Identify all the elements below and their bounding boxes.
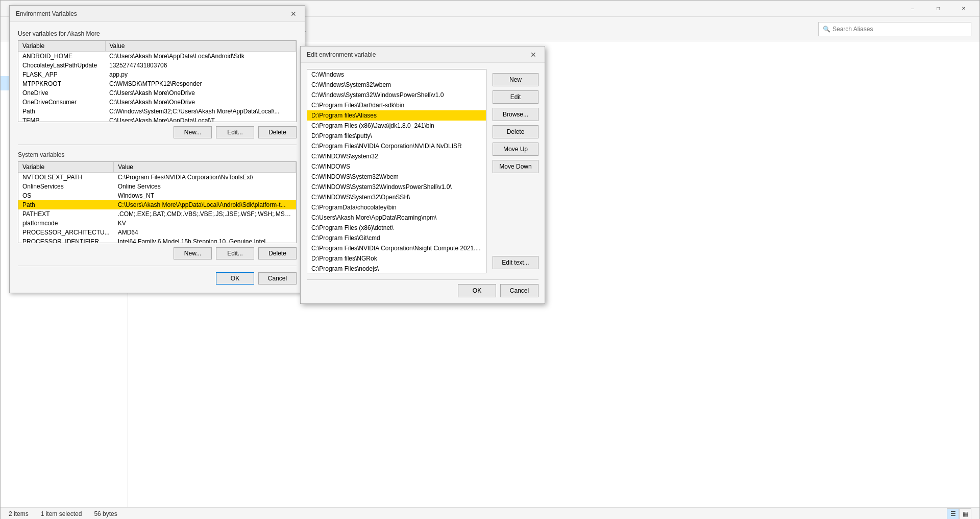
var-name-cell: OS bbox=[18, 191, 114, 200]
path-edit-text-button[interactable]: Edit text... bbox=[493, 256, 538, 269]
search-input[interactable] bbox=[832, 26, 967, 33]
var-name-cell: OneDriveConsumer bbox=[18, 98, 105, 107]
var-value-cell: app.py bbox=[105, 70, 296, 79]
var-value-cell: C:\Program Files\NVIDIA Corporation\NvTo… bbox=[114, 173, 296, 182]
env-cancel-button[interactable]: Cancel bbox=[258, 272, 297, 285]
path-new-button[interactable]: New bbox=[493, 73, 538, 86]
table-row[interactable]: FLASK_APPapp.py bbox=[18, 70, 296, 79]
grid-view-button[interactable]: ▦ bbox=[959, 508, 971, 520]
path-delete-button[interactable]: Delete bbox=[493, 125, 538, 138]
file-explorer-statusbar: 2 items 1 item selected 56 bytes ☰ ▦ bbox=[1, 507, 979, 519]
table-row[interactable]: OnlineServicesOnline Services bbox=[18, 182, 296, 191]
edit-cancel-button[interactable]: Cancel bbox=[500, 284, 538, 297]
path-move-down-button[interactable]: Move Down bbox=[493, 160, 538, 173]
search-box[interactable]: 🔍 bbox=[818, 22, 971, 36]
col-value: Value bbox=[114, 162, 296, 173]
list-item[interactable]: D:\Program files\putty\ bbox=[307, 131, 486, 141]
table-row[interactable]: OneDriveC:\Users\Akash More\OneDrive bbox=[18, 88, 296, 98]
path-list: C:\WindowsC:\Windows\System32\wbemC:\Win… bbox=[307, 69, 486, 273]
var-value-cell: C:\Users\Akash More\AppData\Local\Androi… bbox=[105, 52, 296, 61]
col-value: Value bbox=[105, 41, 296, 52]
close-button[interactable]: ✕ bbox=[952, 1, 975, 17]
section-divider bbox=[18, 145, 297, 145]
edit-ok-button[interactable]: OK bbox=[458, 284, 496, 297]
path-browse-button[interactable]: Browse... bbox=[493, 108, 538, 121]
var-name-cell: FLASK_APP bbox=[18, 70, 105, 79]
list-item[interactable]: D:\Program files\Aliases bbox=[307, 110, 486, 121]
view-buttons: ☰ ▦ bbox=[947, 508, 971, 520]
system-edit-button[interactable]: Edit... bbox=[216, 247, 254, 260]
selected-info: 1 item selected bbox=[41, 510, 82, 517]
list-item[interactable]: D:\Program files\NGRok bbox=[307, 253, 486, 264]
table-row[interactable]: platformcodeKV bbox=[18, 219, 296, 228]
var-value-cell: .COM;.EXE;.BAT;.CMD;.VBS;.VBE;.JS;.JSE;.… bbox=[114, 209, 296, 219]
edit-dialog-titlebar: Edit environment variable ✕ bbox=[301, 46, 545, 63]
list-item[interactable]: C:\Windows bbox=[307, 69, 486, 80]
var-value-cell: C:\Users\Akash More\AppData\Local\Androi… bbox=[114, 200, 296, 209]
env-dialog-close-button[interactable]: ✕ bbox=[288, 9, 299, 19]
table-row[interactable]: PATHEXT.COM;.EXE;.BAT;.CMD;.VBS;.VBE;.JS… bbox=[18, 209, 296, 219]
var-name-cell: TEMP bbox=[18, 116, 105, 122]
edit-dialog-title: Edit environment variable bbox=[307, 51, 376, 58]
path-move-up-button[interactable]: Move Up bbox=[493, 143, 538, 156]
path-edit-button[interactable]: Edit bbox=[493, 90, 538, 104]
var-value-cell: Intel64 Family 6 Model 15b Stepping 10, … bbox=[114, 237, 296, 243]
system-new-button[interactable]: New... bbox=[174, 247, 212, 260]
list-item[interactable]: C:\Program Files (x86)\dotnet\ bbox=[307, 223, 486, 233]
user-delete-button[interactable]: Delete bbox=[258, 126, 297, 138]
var-value-cell: KV bbox=[114, 219, 296, 228]
edit-dialog-close-button[interactable]: ✕ bbox=[528, 50, 538, 60]
list-item[interactable]: C:\ProgramData\chocolatey\bin bbox=[307, 202, 486, 213]
list-item[interactable]: C:\Windows\System32\WindowsPowerShell\v1… bbox=[307, 90, 486, 100]
detail-view-button[interactable]: ☰ bbox=[947, 508, 959, 520]
var-value-cell: Online Services bbox=[114, 182, 296, 191]
system-vars-container[interactable]: Variable Value NVTOOLSEXT_PATHC:\Program… bbox=[18, 161, 297, 243]
var-name-cell: Path bbox=[18, 200, 114, 209]
list-item[interactable]: C:\Program Files\Git\cmd bbox=[307, 233, 486, 243]
table-row[interactable]: NVTOOLSEXT_PATHC:\Program Files\NVIDIA C… bbox=[18, 173, 296, 182]
list-item[interactable]: C:\WINDOWS\System32\OpenSSH\ bbox=[307, 192, 486, 202]
table-row[interactable]: ChocolateyLastPathUpdate1325274743180370… bbox=[18, 61, 296, 70]
user-vars-container[interactable]: Variable Value ANDROID_HOMEC:\Users\Akas… bbox=[18, 40, 297, 122]
var-value-cell: C:\Users\Akash More\OneDrive bbox=[105, 88, 296, 98]
table-row[interactable]: OneDriveConsumerC:\Users\Akash More\OneD… bbox=[18, 98, 296, 107]
list-item[interactable]: C:\Users\Akash More\AppData\Roaming\npm\ bbox=[307, 213, 486, 223]
edit-ok-cancel-row: OK Cancel bbox=[307, 279, 538, 297]
system-section-label: System variables bbox=[18, 151, 297, 158]
list-item[interactable]: C:\WINDOWS bbox=[307, 161, 486, 172]
edit-env-dialog: Edit environment variable ✕ C:\WindowsC:… bbox=[300, 46, 545, 304]
var-name-cell: NVTOOLSEXT_PATH bbox=[18, 173, 114, 182]
path-list-container[interactable]: C:\WindowsC:\Windows\System32\wbemC:\Win… bbox=[307, 69, 486, 273]
user-new-button[interactable]: New... bbox=[174, 126, 212, 138]
bottom-divider bbox=[18, 266, 297, 266]
var-value-cell: C:\Users\Akash More\OneDrive bbox=[105, 98, 296, 107]
var-name-cell: MTPPKROOT bbox=[18, 79, 105, 88]
list-item[interactable]: C:\WINDOWS\System32\Wbem bbox=[307, 172, 486, 182]
minimize-button[interactable]: – bbox=[901, 1, 924, 17]
table-row[interactable]: PROCESSOR_ARCHITECTU...AMD64 bbox=[18, 228, 296, 237]
table-row[interactable]: TEMPC:\Users\Akash More\AppData\Local\T.… bbox=[18, 116, 296, 122]
env-dialog-body: User variables for Akash More Variable V… bbox=[10, 22, 305, 293]
table-row[interactable]: PROCESSOR_IDENTIFIERIntel64 Family 6 Mod… bbox=[18, 237, 296, 243]
list-item[interactable]: C:\Program Files\Dart\dart-sdk\bin bbox=[307, 100, 486, 110]
maximize-button[interactable]: □ bbox=[926, 1, 950, 17]
var-value-cell: C:\Windows\System32;C:\Users\Akash More\… bbox=[105, 107, 296, 116]
table-row[interactable]: PathC:\Users\Akash More\AppData\Local\An… bbox=[18, 200, 296, 209]
var-value-cell: C:\WMSDK\MTPPK12\Responder bbox=[105, 79, 296, 88]
table-row[interactable]: OSWindows_NT bbox=[18, 191, 296, 200]
list-item[interactable]: C:\Program Files\NVIDIA Corporation\NVID… bbox=[307, 141, 486, 151]
system-delete-button[interactable]: Delete bbox=[258, 247, 297, 260]
user-section-label: User variables for Akash More bbox=[18, 30, 297, 37]
table-row[interactable]: MTPPKROOTC:\WMSDK\MTPPK12\Responder bbox=[18, 79, 296, 88]
list-item[interactable]: C:\WINDOWS\system32 bbox=[307, 151, 486, 161]
var-name-cell: PROCESSOR_IDENTIFIER bbox=[18, 237, 114, 243]
list-item[interactable]: C:\WINDOWS\System32\WindowsPowerShell\v1… bbox=[307, 182, 486, 192]
list-item[interactable]: C:\Program Files\nodejs\ bbox=[307, 264, 486, 273]
list-item[interactable]: C:\Program Files\NVIDIA Corporation\Nsig… bbox=[307, 243, 486, 253]
table-row[interactable]: PathC:\Windows\System32;C:\Users\Akash M… bbox=[18, 107, 296, 116]
list-item[interactable]: C:\Windows\System32\wbem bbox=[307, 80, 486, 90]
table-row[interactable]: ANDROID_HOMEC:\Users\Akash More\AppData\… bbox=[18, 52, 296, 61]
env-ok-button[interactable]: OK bbox=[216, 272, 254, 285]
user-edit-button[interactable]: Edit... bbox=[216, 126, 254, 138]
list-item[interactable]: C:\Program Files (x86)\Java\jdk1.8.0_241… bbox=[307, 121, 486, 131]
